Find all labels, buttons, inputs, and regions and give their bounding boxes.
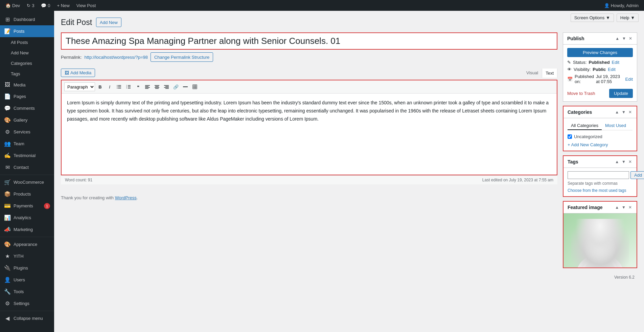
sidebar-item-dashboard[interactable]: ⊞ Dashboard [0, 14, 54, 25]
tags-input[interactable] [568, 171, 629, 179]
add-media-button[interactable]: 🖼 Add Media [61, 69, 95, 77]
bold-button[interactable]: B [96, 82, 105, 91]
preview-changes-button[interactable]: Preview Changes [567, 48, 633, 57]
sidebar-item-marketing[interactable]: 📣 Marketing [0, 224, 54, 235]
adminbar-user[interactable]: 👤 Howdy, Admin [601, 0, 641, 11]
permalink-url[interactable]: http://localhost/wordpress/?p=98 [84, 55, 148, 60]
publish-expand-btn[interactable]: ▼ [621, 35, 627, 42]
table-button[interactable] [190, 82, 199, 91]
sidebar-item-comments[interactable]: 💬 Comments [0, 102, 54, 114]
sidebar-item-yith[interactable]: ★ YITH [0, 250, 54, 262]
featured-image-metabox: Featured image ▲ ▼ ✕ [563, 201, 637, 268]
sidebar-item-woocommerce[interactable]: 🛒 WooCommerce [0, 176, 54, 188]
sidebar-item-label: Appearance [14, 242, 37, 247]
publish-close-btn[interactable]: ✕ [628, 35, 633, 42]
wordpress-link[interactable]: WordPress [115, 195, 137, 200]
paragraph-select[interactable]: Paragraph [64, 82, 95, 91]
tags-add-button[interactable]: Add [630, 171, 644, 179]
sidebar-item-settings[interactable]: ⚙ Settings [0, 298, 54, 309]
featured-image-wrap[interactable] [564, 213, 637, 267]
horizontal-rule-button[interactable] [181, 82, 190, 91]
sidebar-item-tools[interactable]: 🔧 Tools [0, 286, 54, 298]
sidebar-item-label: Comments [14, 106, 35, 111]
tab-most-used[interactable]: Most Used [602, 122, 629, 130]
add-new-button[interactable]: Add New [96, 18, 121, 27]
unordered-list-button[interactable] [115, 82, 123, 91]
featured-image-close-btn[interactable]: ✕ [628, 204, 632, 210]
tags-close-btn[interactable]: ✕ [628, 159, 632, 165]
blockquote-button[interactable]: ❝ [134, 82, 142, 91]
align-right-button[interactable] [162, 82, 171, 91]
adminbar-comments[interactable]: 💬 0 [38, 0, 53, 11]
adminbar-home[interactable]: 🏠 Dev [3, 0, 23, 11]
sidebar-item-appearance[interactable]: 🎨 Appearance [0, 238, 54, 250]
category-checkbox[interactable] [568, 134, 572, 139]
sidebar-item-services[interactable]: ⚙ Services [0, 126, 54, 138]
featured-image-expand-btn[interactable]: ▼ [621, 204, 626, 210]
svg-point-35 [596, 242, 598, 245]
sidebar-item-add-new[interactable]: Add New [0, 48, 54, 58]
sidebar-item-label: Team [14, 141, 24, 146]
screen-options-button[interactable]: Screen Options ▼ [571, 14, 614, 22]
sidebar-item-users[interactable]: 👤 Users [0, 274, 54, 286]
sidebar-item-team[interactable]: 👥 Team [0, 138, 54, 150]
align-left-button[interactable] [143, 82, 152, 91]
sidebar-item-gallery[interactable]: 🎨 Gallery [0, 114, 54, 126]
choose-most-used-tags-link[interactable]: Choose from the most used tags [568, 188, 626, 193]
sidebar-item-media[interactable]: 🖼 Media [0, 79, 54, 91]
adminbar-site-name: Dev [12, 3, 20, 8]
change-permalink-button[interactable]: Change Permalink Structure [151, 52, 213, 62]
sidebar-item-testimonial[interactable]: ✍ Testimonial [0, 150, 54, 161]
tags-expand-btn[interactable]: ▼ [621, 159, 626, 165]
sidebar-item-analytics[interactable]: 📊 Analytics [0, 212, 54, 224]
adminbar-updates[interactable]: ↻ 3 [24, 0, 37, 11]
sidebar-item-pages[interactable]: 📄 Pages [0, 91, 54, 102]
calendar-icon: 📅 [567, 77, 573, 82]
tab-all-categories[interactable]: All Categories [568, 122, 602, 130]
categories-collapse-btn[interactable]: ▲ [614, 109, 620, 115]
sidebar-item-all-posts[interactable]: All Posts [0, 37, 54, 48]
insert-link-button[interactable]: 🔗 [171, 82, 180, 91]
help-button[interactable]: Help ▼ [617, 14, 639, 22]
featured-image-collapse-btn[interactable]: ▲ [614, 204, 620, 210]
tags-collapse-btn[interactable]: ▲ [614, 159, 620, 165]
sidebar-item-plugins[interactable]: 🔌 Plugins [0, 262, 54, 274]
sidebar-item-collapse[interactable]: ◀ Collapse menu [0, 312, 54, 324]
featured-image[interactable] [564, 213, 637, 267]
adminbar-view-post[interactable]: View Post [74, 0, 99, 11]
sidebar-item-products[interactable]: 📦 Products [0, 188, 54, 200]
published-edit-link[interactable]: Edit [625, 77, 633, 82]
menu-separator [0, 175, 54, 175]
status-label: Status: [573, 60, 586, 65]
align-center-button[interactable] [153, 82, 161, 91]
sidebar-item-label: Products [14, 191, 31, 197]
italic-button[interactable]: I [105, 82, 114, 91]
categories-expand-btn[interactable]: ▼ [621, 109, 626, 115]
add-new-category-link[interactable]: + Add New Category [568, 142, 632, 147]
categories-title: Categories [568, 109, 592, 115]
sidebar-item-posts[interactable]: 📝 Posts [0, 25, 54, 37]
sidebar-item-categories[interactable]: Categories [0, 58, 54, 69]
posts-icon: 📝 [4, 28, 11, 34]
move-to-trash-link[interactable]: Move to Trash [567, 91, 595, 96]
ordered-list-button[interactable]: 1.2.3. [124, 82, 133, 91]
post-title-input[interactable] [62, 33, 557, 49]
tags-input-row: Add [568, 171, 632, 179]
adminbar-new[interactable]: + New [54, 0, 72, 11]
sidebar-item-payments[interactable]: 💳 Payments 1 [0, 200, 54, 212]
tags-help-text: Separate tags with commas [568, 181, 632, 186]
sidebar-item-contact[interactable]: ✉ Contact [0, 161, 54, 173]
categories-close-btn[interactable]: ✕ [628, 109, 632, 115]
editor-content[interactable]: Lorem Ipsum is simply dummy text of the … [62, 94, 557, 175]
sidebar-item-tags[interactable]: Tags [0, 69, 54, 79]
tab-visual[interactable]: Visual [523, 68, 542, 77]
tab-text[interactable]: Text [542, 69, 557, 78]
status-edit-link[interactable]: Edit [612, 60, 619, 65]
publish-collapse-btn[interactable]: ▲ [615, 35, 620, 42]
visibility-value: Public [593, 67, 606, 72]
top-right-buttons: Screen Options ▼ Help ▼ [565, 11, 644, 25]
update-button[interactable]: Update [609, 89, 633, 98]
sidebar-item-label: Plugins [14, 265, 28, 271]
sidebar-item-label: Gallery [14, 118, 27, 123]
visibility-edit-link[interactable]: Edit [608, 67, 615, 72]
